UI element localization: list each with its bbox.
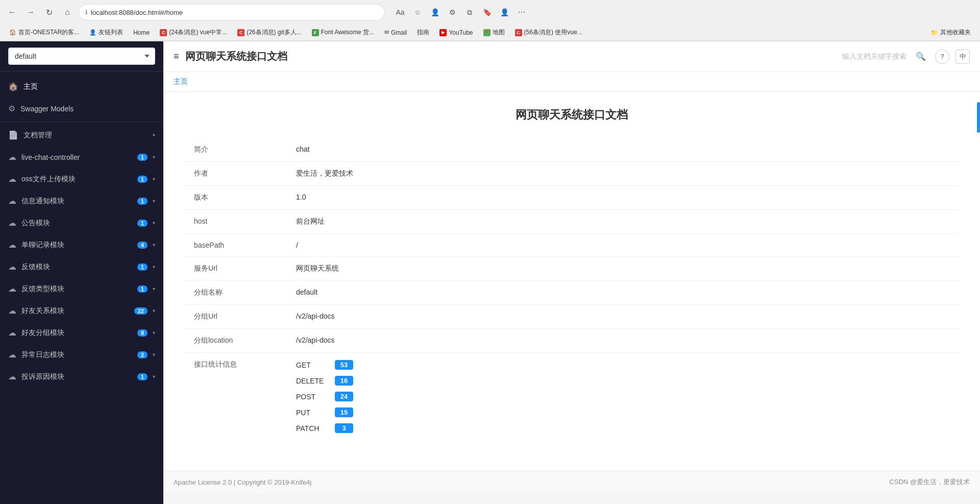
bookmark-favicon-youtube: ▶ — [439, 29, 447, 36]
table-row: 服务Url 网页聊天系统 — [184, 257, 960, 281]
address-bar[interactable]: ℹ localhost:8088/doc.html#/home — [79, 4, 385, 20]
account-button[interactable]: 👤 — [497, 5, 511, 19]
sidebar-item-chat-record[interactable]: ☁ 单聊记录模块 4 ▾ — [0, 234, 163, 256]
bookmark-label: 友链列表 — [99, 28, 123, 37]
help-icon: ? — [940, 53, 944, 60]
sidebar-item-label: oss文件上传模块 — [21, 175, 132, 184]
bookmark-button[interactable]: ☆ — [410, 5, 425, 19]
browser-toolbar: ← → ↻ ⌂ ℹ localhost:8088/doc.html#/home … — [0, 0, 980, 25]
settings-button[interactable]: ⚙ — [445, 5, 459, 19]
menu-toggle-icon[interactable]: ≡ — [174, 51, 179, 62]
chevron-down-icon: ▾ — [153, 352, 155, 357]
chevron-down-icon: ▾ — [153, 330, 155, 335]
field-key: 简介 — [184, 138, 286, 162]
sidebar-item-label: 反馈类型模块 — [21, 284, 132, 294]
sidebar-header: default — [0, 41, 163, 71]
sidebar-item-label: 投诉原因模块 — [21, 372, 132, 381]
field-key: 分组名称 — [184, 281, 286, 305]
field-value: 网页聊天系统 — [286, 257, 960, 281]
sidebar-item-notify[interactable]: ☁ 信息通知模块 1 ▾ — [0, 190, 163, 212]
stat-row-patch: PATCH 3 — [296, 423, 949, 433]
count-delete: 16 — [335, 376, 353, 386]
more-button[interactable]: ⋯ — [514, 5, 529, 19]
bookmark-friends[interactable]: 👤 友链列表 — [85, 27, 127, 38]
count-get: 53 — [335, 360, 353, 370]
method-put: PUT — [296, 409, 327, 417]
search-button[interactable]: 🔍 — [913, 49, 929, 65]
footer-right: CSDN @爱生活，更爱技术 — [889, 477, 970, 487]
chevron-down-icon: ▾ — [153, 308, 155, 314]
split-view-button[interactable]: ⧉ — [462, 5, 477, 19]
other-bookmarks[interactable]: 📁 其他收藏夹 — [926, 27, 975, 38]
table-row: 版本 1.0 — [184, 186, 960, 210]
cloud-icon: ☁ — [8, 174, 16, 184]
sidebar-item-friend-group[interactable]: ☁ 好友分组模块 8 ▾ — [0, 322, 163, 344]
language-button[interactable]: 中 — [955, 50, 970, 64]
field-key: basePath — [184, 234, 286, 257]
search-icon: 🔍 — [916, 52, 926, 61]
folder-icon: 📁 — [930, 29, 938, 36]
table-row: 简介 chat — [184, 138, 960, 162]
bookmark-label: Home — [133, 29, 150, 36]
bookmark-label: (26条消息) git多人... — [247, 28, 301, 37]
bookmark-home[interactable]: Home — [129, 28, 154, 38]
favorites-button[interactable]: 🔖 — [480, 5, 494, 19]
cloud-icon: ☁ — [8, 350, 16, 359]
bookmark-icon-gmail: ✉ — [384, 29, 389, 36]
menu-divider — [0, 122, 163, 122]
cloud-icon: ☁ — [8, 262, 16, 272]
count-post: 24 — [335, 392, 353, 401]
bookmark-git[interactable]: C (26条消息) git多人... — [233, 27, 305, 38]
bookmark-gmail[interactable]: ✉ Gmail — [380, 28, 411, 38]
extensions-button[interactable]: 👤 — [428, 5, 442, 19]
cloud-icon: ☁ — [8, 152, 16, 162]
field-key: 分组Url — [184, 305, 286, 329]
field-value: default — [286, 281, 960, 305]
sidebar-item-oss[interactable]: ☁ oss文件上传模块 1 ▾ — [0, 168, 163, 190]
bookmark-fontawesome[interactable]: F Font Awesome 货... — [308, 27, 379, 38]
chevron-down-icon: ▾ — [153, 242, 155, 248]
bookmark-vue2[interactable]: C (56条消息) 使用vue... — [511, 27, 586, 38]
sidebar: default 🏠 主页 ⚙ Swagger Models 📄 文档管理 ▾ ☁… — [0, 41, 163, 504]
sidebar-item-label: 公告模块 — [21, 219, 132, 228]
sidebar-item-friends[interactable]: ☁ 好友关系模块 22 ▾ — [0, 300, 163, 322]
refresh-button[interactable]: ↻ — [42, 5, 56, 19]
sidebar-item-error-log[interactable]: ☁ 异常日志模块 2 ▾ — [0, 344, 163, 366]
bookmark-guide[interactable]: 指南 — [413, 27, 433, 38]
sidebar-item-complaint[interactable]: ☁ 投诉原因模块 1 ▾ — [0, 366, 163, 388]
bookmark-label: 首页-ONESTAR的客... — [18, 28, 79, 37]
field-value: 前台网址 — [286, 210, 960, 234]
sidebar-item-swagger[interactable]: ⚙ Swagger Models — [0, 98, 163, 119]
home-button[interactable]: ⌂ — [60, 5, 75, 19]
browser-chrome: ← → ↻ ⌂ ℹ localhost:8088/doc.html#/home … — [0, 0, 980, 41]
app: default 🏠 主页 ⚙ Swagger Models 📄 文档管理 ▾ ☁… — [0, 41, 980, 504]
forward-button[interactable]: → — [23, 5, 38, 19]
field-key: 分组location — [184, 329, 286, 353]
sidebar-item-feedback[interactable]: ☁ 反馈模块 1 ▾ — [0, 256, 163, 278]
field-key: host — [184, 210, 286, 234]
sidebar-item-label: 反馈模块 — [21, 262, 132, 272]
sidebar-item-home[interactable]: 🏠 主页 — [0, 76, 163, 98]
chevron-down-icon: ▾ — [153, 198, 155, 204]
bookmark-maps[interactable]: 📍 地图 — [479, 27, 509, 38]
sidebar-item-docmgr[interactable]: 📄 文档管理 ▾ — [0, 124, 163, 146]
help-button[interactable]: ? — [935, 50, 949, 64]
sidebar-item-feedback-type[interactable]: ☁ 反馈类型模块 1 ▾ — [0, 278, 163, 300]
cloud-icon: ☁ — [8, 196, 16, 206]
sidebar-item-label: 好友分组模块 — [21, 328, 132, 338]
badge-livechat: 1 — [137, 154, 148, 161]
sidebar-item-notice[interactable]: ☁ 公告模块 1 ▾ — [0, 212, 163, 234]
table-row: 作者 爱生活，更爱技术 — [184, 162, 960, 186]
cloud-icon: ☁ — [8, 372, 16, 381]
back-button[interactable]: ← — [5, 5, 19, 19]
reader-mode-button[interactable]: Aa — [393, 5, 407, 19]
field-value: /v2/api-docs — [286, 305, 960, 329]
bookmark-youtube[interactable]: ▶ YouTube — [435, 28, 477, 38]
bookmark-vue1[interactable]: C (24条消息) vue中常... — [156, 27, 231, 38]
breadcrumb-home[interactable]: 主页 — [174, 77, 188, 86]
stat-row-delete: DELETE 16 — [296, 376, 949, 386]
group-select[interactable]: default — [8, 47, 155, 65]
bookmark-onestar[interactable]: 🏠 首页-ONESTAR的客... — [5, 27, 83, 38]
bookmark-icon-onestar: 🏠 — [9, 29, 16, 36]
sidebar-item-livechat[interactable]: ☁ live-chat-controller 1 ▾ — [0, 146, 163, 168]
